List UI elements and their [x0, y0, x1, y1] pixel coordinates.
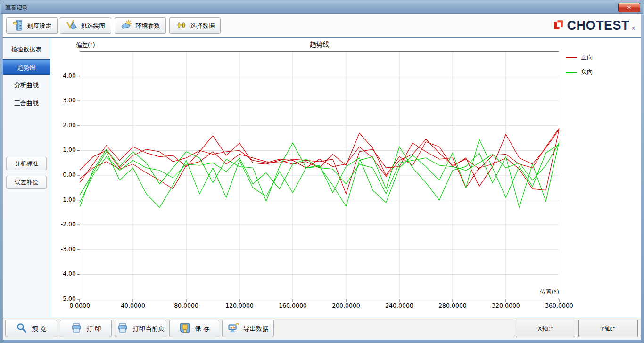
legend-label: 正向 [581, 53, 593, 62]
series-line [80, 139, 559, 208]
print-current-page-label: 打印当前页 [132, 325, 165, 333]
export-data-label: 导出数据 [243, 325, 269, 333]
error-compensation-button[interactable]: 误差补偿 [6, 176, 47, 189]
sidebar-tab-inspection-data-table[interactable]: 检验数据表 [3, 41, 50, 57]
environment-params-button[interactable]: 环境参数 [115, 17, 166, 34]
scale-setting-label: 刻度设定 [27, 22, 52, 30]
select-data-icon [175, 19, 187, 33]
y-tick-label: 0.00 [51, 171, 76, 179]
printer-icon [116, 322, 129, 335]
y-axis-unit-label: Y轴:" [601, 325, 615, 333]
trend-chart-area: 趋势线 偏差(") 4.003.002.001.000.00-1.00-2.00… [51, 38, 641, 317]
x-tick-label: 80.0000 [174, 302, 198, 309]
magnifier-icon [16, 322, 28, 335]
window-title: 查看记录 [5, 4, 28, 12]
x-tick-label: 360.0000 [545, 302, 573, 309]
printer-icon [70, 322, 83, 335]
ruler-icon [12, 19, 24, 33]
series-line [80, 130, 559, 194]
x-tick-label: 120.0000 [225, 302, 254, 309]
x-tick-label: 240.0000 [385, 302, 413, 309]
y-tick-label: -2.00 [51, 220, 76, 229]
export-icon [227, 322, 239, 335]
chart-legend: 正向负向 [566, 53, 593, 82]
content-panel: 检验数据表 趋势图 分析曲线 三合曲线 分析标准 误差补偿 趋势线 偏差(") … [3, 37, 641, 317]
analysis-standard-button[interactable]: 分析标准 [6, 157, 47, 170]
x-tick-label: 280.0000 [438, 302, 467, 309]
print-label: 打 印 [86, 325, 101, 333]
y-tick-label: 1.00 [51, 146, 76, 154]
save-label: 保 存 [195, 325, 209, 333]
chart-title: 趋势线 [80, 41, 559, 49]
select-data-button[interactable]: 选择数据 [169, 17, 221, 34]
app-window: 查看记录 ✕ 刻度设定 [0, 0, 644, 343]
x-tick-label: 200.0000 [332, 302, 360, 309]
x-tick-label: 320.0000 [492, 302, 520, 309]
print-current-page-button[interactable]: 打印当前页 [115, 320, 166, 337]
preview-label: 预 览 [32, 325, 46, 333]
sidebar-spacer [3, 113, 50, 157]
top-toolbar: 刻度设定 挑选绘图 环境参数 [3, 14, 641, 37]
legend-swatch [566, 72, 577, 73]
x-tick-label: 160.0000 [279, 302, 307, 309]
save-icon [179, 322, 191, 335]
legend-item: 正向 [566, 53, 593, 62]
x-tick-label: 0.0000 [69, 302, 90, 309]
scale-setting-button[interactable]: 刻度设定 [6, 17, 58, 34]
pick-plot-label: 挑选绘图 [81, 22, 106, 30]
series-line [80, 128, 559, 177]
sidebar-tab-triple-curve[interactable]: 三合曲线 [3, 95, 50, 111]
chotest-logo-icon [552, 18, 565, 33]
title-bar: 查看记录 ✕ [1, 1, 643, 14]
legend-swatch [566, 57, 577, 58]
environment-params-label: 环境参数 [136, 22, 160, 30]
y-tick-label: -3.00 [51, 245, 76, 253]
chart-y-axis-label: 偏差(") [76, 41, 95, 49]
y-tick-label: 4.00 [51, 72, 76, 80]
legend-item: 负向 [566, 68, 593, 76]
sidebar-tab-analysis-curve[interactable]: 分析曲线 [3, 77, 50, 93]
y-axis-unit-button[interactable]: Y轴:" [578, 320, 638, 337]
y-tick-label: 2.00 [51, 122, 76, 130]
chotest-logo-reg: ® [631, 26, 636, 31]
y-tick-label: -4.00 [51, 270, 76, 278]
trend-chart-plot [80, 51, 559, 299]
x-axis-unit-button[interactable]: X轴:° [516, 320, 575, 337]
chart-x-axis-label: 位置(°) [503, 288, 559, 296]
print-button[interactable]: 打 印 [60, 320, 112, 337]
bottom-toolbar: 预 览 打 印 打印当前页 [3, 318, 641, 340]
client-area: 刻度设定 挑选绘图 环境参数 [3, 14, 641, 340]
preview-button[interactable]: 预 览 [5, 320, 57, 337]
sidebar: 检验数据表 趋势图 分析曲线 三合曲线 分析标准 误差补偿 [3, 38, 50, 317]
series-line [80, 143, 559, 203]
close-button[interactable]: ✕ [618, 3, 640, 12]
chotest-logo: CHOTEST ® [552, 18, 636, 33]
export-data-button[interactable]: 导出数据 [222, 320, 274, 337]
close-icon: ✕ [627, 4, 631, 11]
environment-icon [121, 19, 132, 33]
legend-label: 负向 [581, 68, 593, 76]
sidebar-tab-trend-chart[interactable]: 趋势图 [3, 59, 50, 75]
y-tick-label: 3.00 [51, 97, 76, 105]
pick-plot-icon [66, 19, 78, 33]
pick-plot-button[interactable]: 挑选绘图 [60, 17, 111, 34]
chotest-logo-text: CHOTEST [567, 18, 629, 33]
x-axis-unit-label: X轴:° [538, 325, 553, 333]
save-button[interactable]: 保 存 [169, 320, 219, 337]
y-tick-label: -1.00 [51, 196, 76, 204]
x-tick-label: 40.0000 [121, 302, 145, 309]
select-data-label: 选择数据 [190, 22, 215, 30]
